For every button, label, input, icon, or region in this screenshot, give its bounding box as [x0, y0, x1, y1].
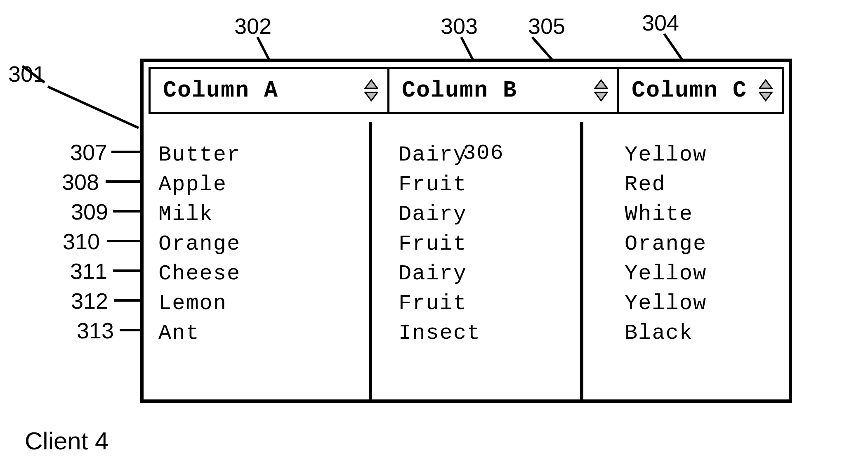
svg-marker-15 [595, 80, 607, 88]
ref-301: 301 [8, 63, 45, 85]
cell-b: Dairy [384, 140, 610, 170]
cell-c: Black [610, 318, 789, 348]
cell-b: Fruit [384, 170, 610, 199]
cell-c: Yellow [610, 140, 789, 170]
column-a-label: Column A [163, 78, 278, 104]
diagram-canvas: 302 303 305 304 301 307 308 309 310 311 … [0, 0, 868, 470]
column-c-label: Column C [632, 78, 747, 104]
svg-marker-16 [595, 92, 607, 101]
svg-marker-13 [365, 80, 377, 88]
cell-a: Ant [144, 318, 384, 348]
table-row: Lemon Fruit Yellow [144, 288, 789, 318]
sort-down-icon[interactable] [759, 92, 773, 102]
column-header-b[interactable]: Column B [387, 69, 617, 112]
cell-a: Butter [144, 140, 384, 170]
sort-up-icon[interactable] [594, 79, 608, 89]
cell-b: Insect [384, 318, 610, 348]
svg-marker-17 [760, 80, 772, 88]
table-row: Apple Fruit Red [144, 170, 789, 199]
cell-c: Red [610, 170, 789, 199]
sort-control-c[interactable] [759, 79, 773, 102]
cell-a: Lemon [144, 288, 384, 318]
cell-b: Fruit [384, 229, 610, 259]
ref-304: 304 [642, 12, 679, 34]
sort-control-b[interactable] [594, 79, 608, 102]
header-row: Column A Column B Column C [149, 67, 784, 114]
cell-c: White [610, 199, 789, 229]
svg-marker-14 [365, 92, 377, 101]
ref-313: 313 [77, 319, 114, 342]
ref-310: 310 [63, 230, 100, 253]
cell-b: Dairy [384, 259, 610, 288]
cell-a: Apple [144, 170, 384, 199]
sort-control-a[interactable] [364, 79, 378, 102]
cell-a: Milk [144, 199, 384, 229]
column-header-c[interactable]: Column C [617, 69, 782, 112]
cell-b: Dairy [384, 199, 610, 229]
cell-a: Orange [144, 229, 384, 259]
table-row: Butter Dairy Yellow [144, 140, 789, 170]
ref-311: 311 [70, 260, 107, 282]
table-body: Butter Dairy Yellow Apple Fruit Red Milk… [144, 122, 789, 399]
cell-c: Yellow [610, 259, 789, 288]
table-row: Ant Insect Black [144, 318, 789, 348]
svg-marker-18 [760, 92, 772, 101]
table-row: Cheese Dairy Yellow [144, 259, 789, 288]
column-header-a[interactable]: Column A [151, 69, 387, 112]
cell-b: Fruit [384, 288, 610, 318]
ref-305: 305 [528, 15, 565, 37]
cell-a: Cheese [144, 259, 384, 288]
ref-308: 308 [62, 171, 99, 193]
sort-up-icon[interactable] [364, 79, 378, 89]
sort-up-icon[interactable] [759, 79, 773, 89]
table-row: Orange Fruit Orange [144, 229, 789, 259]
figure-caption: Client 4 [25, 427, 108, 455]
ref-312: 312 [71, 290, 108, 312]
sort-down-icon[interactable] [594, 92, 608, 102]
table-row: Milk Dairy White [144, 199, 789, 229]
ref-303: 303 [441, 15, 478, 37]
svg-line-4 [48, 87, 139, 128]
cell-c: Yellow [610, 288, 789, 318]
ref-302: 302 [234, 15, 271, 37]
sort-down-icon[interactable] [364, 92, 378, 102]
ref-309: 309 [71, 201, 108, 223]
cell-c: Orange [610, 229, 789, 259]
data-table: Column A Column B Column C [140, 59, 792, 403]
column-b-label: Column B [402, 78, 517, 104]
ref-307: 307 [70, 141, 107, 163]
